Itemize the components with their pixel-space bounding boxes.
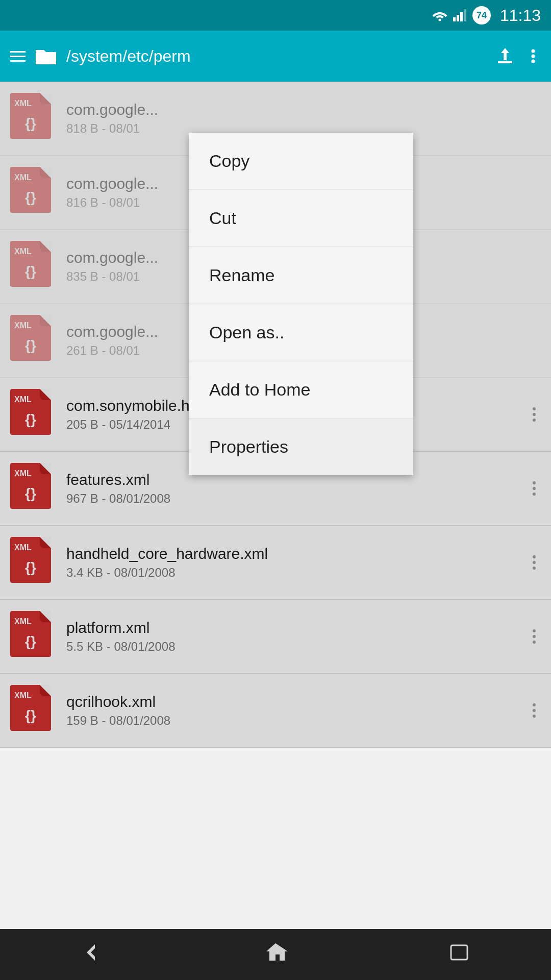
nav-home-button[interactable] (263, 940, 288, 969)
file-list: XML {} com.google... 818 B - 08/01 XML {… (0, 82, 551, 748)
svg-rect-3 (460, 12, 463, 21)
svg-rect-5 (498, 61, 512, 63)
folder-icon (34, 46, 58, 66)
status-bar: 74 11:13 (0, 0, 551, 31)
context-menu-open-as[interactable]: Open as.. (189, 304, 413, 361)
svg-point-8 (532, 60, 535, 63)
svg-point-6 (532, 50, 535, 53)
nav-bar (0, 929, 551, 980)
battery-badge: 74 (472, 6, 491, 24)
signal-icon (453, 9, 467, 21)
more-icon[interactable] (525, 46, 541, 66)
upload-icon[interactable] (495, 46, 515, 66)
context-menu-properties[interactable]: Properties (189, 419, 413, 475)
context-menu: Copy Cut Rename Open as.. Add to Home Pr… (189, 133, 413, 475)
toolbar-actions (495, 46, 541, 66)
svg-point-0 (438, 19, 441, 21)
status-time: 11:13 (500, 6, 541, 25)
status-icons: 74 11:13 (432, 6, 541, 25)
svg-rect-2 (457, 15, 459, 21)
context-menu-add-to-home[interactable]: Add to Home (189, 361, 413, 419)
context-menu-cut[interactable]: Cut (189, 190, 413, 247)
svg-point-7 (532, 55, 535, 58)
nav-recent-button[interactable] (447, 940, 471, 969)
nav-back-button[interactable] (80, 940, 104, 969)
wifi-icon (432, 9, 448, 21)
svg-rect-9 (451, 945, 467, 960)
context-menu-rename[interactable]: Rename (189, 247, 413, 304)
svg-rect-1 (453, 17, 456, 21)
svg-rect-4 (464, 9, 466, 21)
menu-icon[interactable] (10, 51, 26, 62)
toolbar-path: /system/etc/perm (66, 47, 487, 66)
toolbar: /system/etc/perm (0, 31, 551, 82)
context-menu-copy[interactable]: Copy (189, 133, 413, 190)
